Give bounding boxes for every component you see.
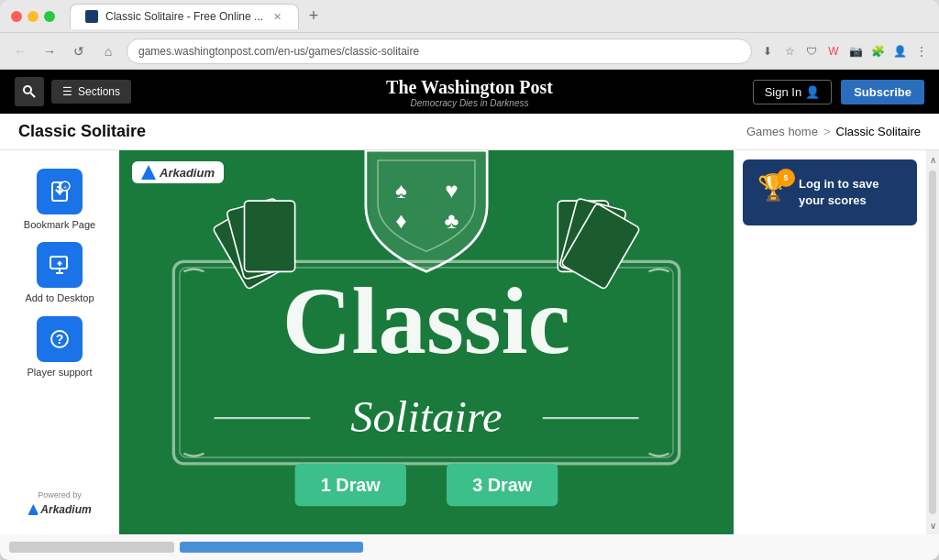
address-text: games.washingtonpost.com/en-us/games/cla…	[138, 45, 419, 58]
arkadium-logo: Arkadium	[28, 503, 91, 516]
puzzle-icon[interactable]: 🧩	[869, 43, 886, 60]
svg-rect-19	[245, 201, 295, 271]
svg-line-1	[31, 93, 36, 98]
bottom-bar-item-1	[9, 542, 174, 553]
coin-badge: $	[777, 169, 795, 187]
arkadium-badge-text: Arkadium	[160, 166, 215, 180]
minimize-button[interactable]	[28, 11, 39, 22]
scroll-thumb[interactable]	[929, 170, 936, 514]
game-container[interactable]: Arkadium	[119, 150, 734, 534]
arkadium-name: Arkadium	[40, 503, 91, 516]
svg-text:♣: ♣	[445, 208, 459, 233]
breadcrumb-current: Classic Solitaire	[836, 125, 921, 138]
powered-by-area: Powered by Arkadium	[28, 490, 91, 516]
bottom-bar-item-2	[180, 542, 363, 553]
refresh-button[interactable]: ↺	[68, 40, 90, 62]
arkadium-badge-icon	[141, 165, 156, 180]
browser-window: Classic Solitaire - Free Online ... ✕ + …	[0, 0, 939, 560]
subscribe-button[interactable]: Subscribe	[841, 80, 924, 104]
login-banner[interactable]: 🏆 $ Log in to save your scores	[743, 159, 917, 225]
star-icon[interactable]: ☆	[781, 43, 798, 60]
traffic-lights	[11, 11, 55, 22]
sections-menu-button[interactable]: ☰ Sections	[51, 80, 131, 104]
home-button[interactable]: ⌂	[97, 40, 119, 62]
tab-title: Classic Solitaire - Free Online ...	[105, 10, 263, 23]
tab-bar: Classic Solitaire - Free Online ... ✕ +	[70, 4, 928, 29]
login-text: Log in to save your scores	[799, 176, 902, 209]
publication-tagline: Democracy Dies in Darkness	[386, 98, 553, 108]
game-graphics-svg: ♠ ♥ ♦ ♣ Classic Solitai	[119, 150, 734, 534]
close-button[interactable]	[11, 11, 22, 22]
svg-text:♠: ♠	[395, 178, 407, 203]
support-icon: ?	[37, 316, 83, 362]
scrollbar[interactable]: ∧ ∨	[926, 150, 939, 534]
svg-text:3 Draw: 3 Draw	[472, 475, 533, 495]
subscribe-label: Subscribe	[854, 85, 911, 99]
person-icon: 👤	[805, 85, 820, 99]
bookmark-page-action[interactable]: + Bookmark Page	[24, 169, 95, 231]
bookmark-label: Bookmark Page	[24, 218, 95, 231]
svg-text:Solitaire: Solitaire	[350, 392, 502, 441]
arkadium-badge: Arkadium	[132, 161, 224, 183]
extension-icon[interactable]: W	[825, 43, 842, 60]
svg-text:1 Draw: 1 Draw	[321, 475, 381, 495]
svg-text:♦: ♦	[395, 208, 406, 233]
new-tab-button[interactable]: +	[303, 5, 325, 27]
svg-point-0	[24, 86, 31, 93]
scroll-down-button[interactable]: ∨	[930, 516, 936, 534]
active-tab[interactable]: Classic Solitaire - Free Online ... ✕	[70, 4, 299, 29]
sections-label: Sections	[78, 85, 120, 98]
add-to-desktop-action[interactable]: Add to Desktop	[25, 242, 94, 304]
svg-text:+: +	[63, 184, 67, 191]
arkadium-icon	[28, 504, 39, 515]
left-sidebar: + Bookmark Page Add to Desktop ? Player …	[0, 150, 119, 534]
person-icon[interactable]: 👤	[891, 43, 908, 60]
svg-text:?: ?	[56, 332, 64, 346]
game-canvas: Arkadium	[119, 150, 734, 534]
bookmark-icon: +	[37, 169, 83, 214]
shield-icon: 🛡	[803, 43, 820, 60]
wapo-search-button[interactable]	[15, 77, 44, 106]
address-bar: ← → ↺ ⌂ games.washingtonpost.com/en-us/g…	[0, 33, 939, 70]
download-icon[interactable]: ⬇	[759, 43, 776, 60]
publication-title-area: The Washington Post Democracy Dies in Da…	[386, 76, 553, 108]
camera-icon[interactable]: 📷	[847, 43, 864, 60]
publication-name: The Washington Post	[386, 76, 553, 98]
address-input[interactable]: games.washingtonpost.com/en-us/games/cla…	[127, 38, 752, 64]
desktop-icon	[37, 242, 83, 288]
tab-favicon	[85, 10, 98, 23]
back-button[interactable]: ←	[9, 40, 31, 62]
trophy-area: 🏆 $	[757, 172, 790, 213]
page-title: Classic Solitaire	[18, 122, 146, 141]
breadcrumb: Games home > Classic Solitaire	[746, 125, 921, 138]
sign-in-button[interactable]: Sign In 👤	[753, 80, 832, 104]
game-and-right: Arkadium	[119, 150, 926, 534]
player-support-action[interactable]: ? Player support	[28, 316, 93, 379]
bottom-content-bar	[0, 534, 939, 560]
powered-by-text: Powered by	[38, 490, 82, 500]
svg-text:♥: ♥	[445, 178, 458, 203]
desktop-label: Add to Desktop	[25, 291, 94, 304]
breadcrumb-separator: >	[823, 125, 831, 138]
main-content: + Bookmark Page Add to Desktop ? Player …	[0, 150, 939, 534]
tab-close-button[interactable]: ✕	[271, 10, 283, 23]
scroll-up-button[interactable]: ∧	[930, 150, 936, 169]
right-sidebar: 🏆 $ Log in to save your scores	[734, 150, 926, 534]
page-title-bar: Classic Solitaire Games home > Classic S…	[0, 114, 939, 150]
address-icons: ⬇ ☆ 🛡 W 📷 🧩 👤 ⋮	[759, 43, 930, 60]
sign-in-label: Sign In	[765, 85, 801, 99]
support-label: Player support	[28, 366, 93, 379]
breadcrumb-home-link[interactable]: Games home	[746, 125, 818, 138]
title-bar: Classic Solitaire - Free Online ... ✕ +	[0, 0, 939, 33]
menu-icon: ☰	[62, 85, 72, 98]
wapo-header: ☰ Sections The Washington Post Democracy…	[0, 70, 939, 114]
forward-button[interactable]: →	[39, 40, 61, 62]
maximize-button[interactable]	[44, 11, 55, 22]
svg-text:Classic: Classic	[282, 268, 570, 374]
header-right-actions: Sign In 👤 Subscribe	[753, 80, 924, 104]
menu-icon[interactable]: ⋮	[913, 43, 930, 60]
